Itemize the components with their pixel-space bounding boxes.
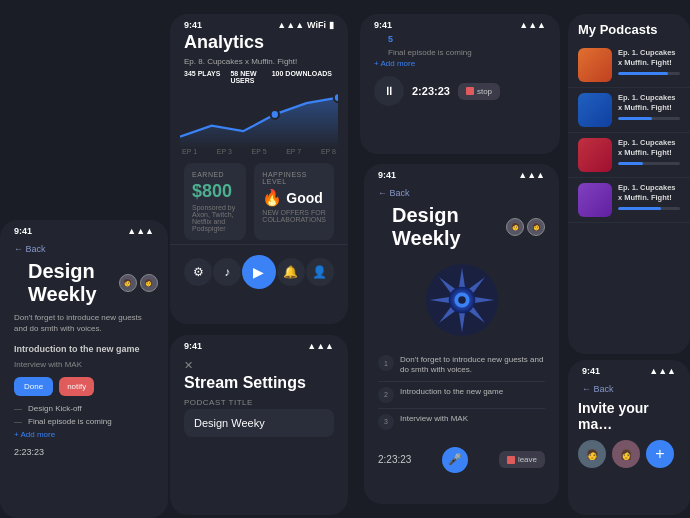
new-offers-text: NEW OFFERS FOR COLLABORATIONS — [262, 209, 326, 223]
earned-box: EARNED $800 Sponsored by Axon, Twitch, N… — [184, 163, 246, 240]
podcast-item-2: Ep. 1. Cupcakes x Muffin. Fight! — [568, 88, 690, 133]
pause-button[interactable]: ⏸ — [374, 76, 404, 106]
progress-fill-2 — [618, 117, 652, 120]
music-icon[interactable]: ♪ — [213, 258, 241, 286]
podcast-item-4: Ep. 1. Cupcakes x Muffin. Fight! — [568, 178, 690, 223]
sponsor-text: Sponsored by Axon, Twitch, Netflix and P… — [192, 204, 238, 232]
svg-point-13 — [458, 296, 466, 304]
analytics-bottom-bar: ⚙ ♪ ▶ 🔔 👤 — [170, 244, 348, 297]
settings-icon[interactable]: ⚙ — [184, 258, 212, 286]
dw-detail-title: Design Weekly — [378, 204, 498, 250]
leave-button[interactable]: leave — [499, 451, 545, 468]
progress-fill-4 — [618, 207, 661, 210]
time-player: 9:41 — [374, 20, 392, 30]
invite-avatar-2: 👩 — [612, 440, 640, 468]
invite-avatars: 🧑 👩 + — [568, 432, 690, 476]
signal-player: ▲▲▲ — [519, 20, 546, 30]
progress-fill-3 — [618, 162, 643, 165]
list-item-2: — Final episode is coming — [0, 415, 168, 428]
podcast-progress-3 — [618, 162, 680, 165]
dw-detail-title-row: Design Weekly 🧑 👩 — [364, 204, 559, 250]
status-bar-stream: 9:41 ▲▲▲ — [170, 335, 348, 353]
notify-button[interactable]: notify — [59, 377, 94, 396]
analytics-episode: Ep. 8. Cupcakes x Muffin. Fight! — [170, 57, 348, 66]
stream-title: Stream Settings — [170, 374, 348, 392]
status-bar-dw: 9:41 ▲▲▲ — [0, 220, 168, 238]
plays-stat: 345PLAYS — [184, 70, 222, 84]
podcast-progress-4 — [618, 207, 680, 210]
podcast-info-2: Ep. 1. Cupcakes x Muffin. Fight! — [618, 93, 680, 120]
podcast-title-label: PODCAST TITLE — [170, 392, 348, 409]
add-invite-button[interactable]: + — [646, 440, 674, 468]
analytics-stats: 345PLAYS 58NEW USERS 100DOWNLOADS — [170, 66, 348, 88]
analytics-title: Analytics — [170, 32, 348, 53]
time: 9:41 — [184, 20, 202, 30]
battery-icon: ▮ — [329, 20, 334, 30]
earned-label: EARNED — [192, 171, 238, 178]
stop-icon — [466, 87, 474, 95]
happiness-value: Good — [286, 190, 323, 206]
podcast-title-input[interactable] — [184, 409, 334, 437]
add-more-player[interactable]: + Add more — [360, 57, 560, 70]
back-button[interactable]: ← Back — [0, 238, 168, 260]
status-bar-player: 9:41 ▲▲▲ — [360, 14, 560, 32]
player-episode-label: Final episode is coming — [374, 44, 486, 57]
svg-point-1 — [334, 93, 338, 102]
new-users-stat: 58NEW USERS — [230, 70, 263, 84]
dw-title-row: Design Weekly 🧑 👩 — [0, 260, 168, 306]
dw-detail-card: 9:41 ▲▲▲ ← Back Design Weekly 🧑 👩 — [364, 164, 559, 504]
status-bar-invite: 9:41 ▲▲▲ — [568, 360, 690, 378]
avatar-2: 👩 — [140, 274, 158, 292]
detail-item-3: 3 Interview with MAK — [378, 409, 545, 435]
podcast-progress-1 — [618, 72, 680, 75]
player-controls: ⏸ 2:23:23 stop — [360, 70, 560, 112]
dw-description: Don't forget to introduce new guests and… — [0, 306, 168, 340]
detail-avatar-1: 🧑 — [506, 218, 524, 236]
analytics-chart — [170, 88, 348, 148]
detail-item-2: 2 Introduction to the new game — [378, 382, 545, 409]
podcast-thumb-2 — [578, 93, 612, 127]
stream-settings-card: 9:41 ▲▲▲ ✕ Stream Settings PODCAST TITLE — [170, 335, 348, 515]
bell-icon[interactable]: 🔔 — [277, 258, 305, 286]
podcast-info-1: Ep. 1. Cupcakes x Muffin. Fight! — [618, 48, 680, 75]
dw-title: Design Weekly — [14, 260, 111, 306]
time-stream: 9:41 — [184, 341, 202, 351]
happiness-label: HAPPINESS LEVEL — [262, 171, 326, 185]
analytics-card: 9:41 ▲▲▲ WiFi ▮ Analytics Ep. 8. Cupcake… — [170, 14, 348, 324]
back-button-invite[interactable]: ← Back — [568, 378, 690, 400]
time-display: 2:23:23 — [0, 441, 168, 463]
podcast-thumb-3 — [578, 138, 612, 172]
wifi-icon: WiFi — [307, 20, 326, 30]
happiness-emoji: 🔥 — [262, 188, 282, 207]
stop-button[interactable]: stop — [458, 83, 500, 100]
add-more[interactable]: + Add more — [0, 428, 168, 441]
dw-detail-avatars: 🧑 👩 — [506, 218, 545, 236]
player-episode-num: 5 — [374, 34, 486, 44]
detail-time: 2:23:23 — [378, 454, 411, 465]
player-card: 9:41 ▲▲▲ 5 Final episode is coming + Add… — [360, 14, 560, 154]
mic-button[interactable]: 🎤 — [442, 447, 468, 473]
analytics-earned-row: EARNED $800 Sponsored by Axon, Twitch, N… — [170, 155, 348, 244]
back-button-detail[interactable]: ← Back — [364, 182, 559, 204]
player-time: 2:23:23 — [412, 85, 450, 97]
leave-icon — [507, 456, 515, 464]
play-button[interactable]: ▶ — [242, 255, 276, 289]
podcast-item-1: Ep. 1. Cupcakes x Muffin. Fight! — [568, 43, 690, 88]
time-dw: 9:41 — [14, 226, 32, 236]
done-button[interactable]: Done — [14, 377, 53, 396]
signal-icon: ▲▲▲ — [277, 20, 304, 30]
status-icons: ▲▲▲ WiFi ▮ — [277, 20, 334, 30]
podcast-progress-2 — [618, 117, 680, 120]
signal-invite: ▲▲▲ — [649, 366, 676, 376]
progress-fill-1 — [618, 72, 668, 75]
dw-interview: Interview with MAK — [0, 358, 168, 371]
detail-item-1: 1 Don't forget to introduce new guests a… — [378, 350, 545, 382]
time-dw-detail: 9:41 — [378, 170, 396, 180]
happiness-box: HAPPINESS LEVEL 🔥 Good NEW OFFERS FOR CO… — [254, 163, 334, 240]
close-button[interactable]: ✕ — [170, 353, 348, 374]
list-item-2-text: Final episode is coming — [28, 417, 112, 426]
signal-dw-detail: ▲▲▲ — [518, 170, 545, 180]
time-invite: 9:41 — [582, 366, 600, 376]
user-icon[interactable]: 👤 — [306, 258, 334, 286]
podcast-thumb-1 — [578, 48, 612, 82]
